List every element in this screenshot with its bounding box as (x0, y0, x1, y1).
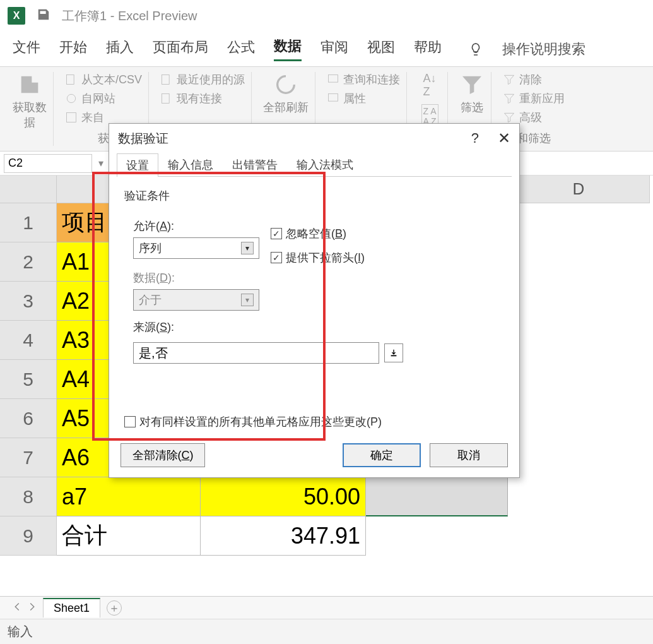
select-all-corner[interactable] (0, 176, 57, 203)
ignore-blank-checkbox[interactable]: ✓忽略空值(B) (271, 226, 365, 241)
svg-rect-6 (329, 94, 338, 102)
lightbulb-icon[interactable] (468, 42, 483, 57)
tab-home[interactable]: 开始 (59, 38, 87, 61)
row-header[interactable]: 4 (0, 321, 57, 360)
svg-rect-4 (162, 94, 170, 104)
cell[interactable]: 50.00 (201, 477, 366, 516)
cell[interactable]: 347.91 (201, 516, 366, 556)
row-header[interactable]: 1 (0, 203, 57, 242)
cell[interactable] (508, 321, 650, 360)
row-header[interactable]: 5 (0, 360, 57, 399)
from-csv-button[interactable]: 从文本/CSV (65, 72, 142, 87)
source-label: 来源(S): (133, 319, 504, 335)
tab-review[interactable]: 审阅 (321, 38, 348, 61)
tab-file[interactable]: 文件 (13, 38, 40, 61)
cell[interactable] (508, 282, 650, 321)
tab-pagelayout[interactable]: 页面布局 (153, 38, 208, 61)
allow-select[interactable]: 序列▾ (133, 237, 259, 259)
svg-rect-0 (67, 75, 74, 85)
recent-sources-button[interactable]: 最近使用的源 (160, 72, 245, 87)
cell[interactable] (366, 516, 508, 556)
clear-filter-button[interactable]: 清除 (503, 72, 565, 87)
cell[interactable] (508, 360, 650, 399)
range-selector-icon[interactable] (384, 343, 403, 362)
dialog-tab-settings[interactable]: 设置 (117, 153, 158, 177)
tell-me-search[interactable]: 操作说明搜索 (502, 40, 585, 59)
cell[interactable] (508, 477, 650, 516)
status-bar: 输入 (0, 619, 653, 644)
row-header[interactable]: 6 (0, 399, 57, 438)
sheet-tab-bar: Sheet1 ＋ (0, 596, 653, 619)
data-validation-dialog: 数据验证 ? ✕ 设置 输入信息 出错警告 输入法模式 验证条件 允许(A): … (109, 123, 520, 478)
sheet-tab[interactable]: Sheet1 (43, 598, 100, 617)
row-header[interactable]: 7 (0, 438, 57, 477)
close-icon[interactable]: ✕ (498, 129, 510, 147)
reapply-button[interactable]: 重新应用 (503, 91, 565, 106)
data-select: 介于▾ (133, 289, 259, 311)
dialog-tab-error-alert[interactable]: 出错警告 (223, 153, 287, 176)
from-web-button[interactable]: 自网站 (65, 91, 142, 106)
tab-view[interactable]: 视图 (367, 38, 395, 61)
svg-rect-7 (391, 355, 397, 357)
name-box[interactable]: C2 (4, 154, 92, 173)
svg-rect-2 (67, 113, 76, 122)
add-sheet-button[interactable]: ＋ (107, 600, 122, 616)
dialog-tab-input-msg[interactable]: 输入信息 (158, 153, 223, 176)
tab-data[interactable]: 数据 (274, 37, 302, 61)
cell[interactable]: 合计 (57, 516, 201, 556)
filter-button[interactable]: 筛选 (459, 72, 485, 115)
cell[interactable] (508, 399, 650, 438)
cell[interactable] (366, 477, 508, 516)
col-header-d[interactable]: D (508, 176, 650, 203)
cell[interactable] (508, 242, 650, 282)
svg-rect-5 (329, 75, 338, 83)
sort-button[interactable]: A↓Z (418, 72, 441, 98)
properties-button[interactable]: 属性 (327, 91, 400, 106)
chevron-down-icon: ▾ (241, 294, 254, 306)
queries-button[interactable]: 查询和连接 (327, 72, 400, 87)
get-data-button[interactable]: 获取数 据 (13, 72, 47, 130)
cell[interactable] (508, 438, 650, 477)
tab-insert[interactable]: 插入 (106, 38, 134, 61)
cancel-button[interactable]: 取消 (430, 443, 508, 467)
ok-button[interactable]: 确定 (343, 443, 421, 467)
data-label: 数据(D): (133, 270, 504, 285)
row-header[interactable]: 8 (0, 477, 57, 516)
refresh-all-button[interactable]: 全部刷新 (263, 72, 309, 115)
status-mode: 输入 (8, 623, 33, 640)
allow-label: 允许(A): (133, 218, 259, 234)
save-icon[interactable] (37, 8, 50, 25)
document-title: 工作簿1 - Excel Preview (62, 8, 197, 25)
apply-all-checkbox[interactable]: 对有同样设置的所有其他单元格应用这些更改(P) (124, 414, 382, 429)
tab-formulas[interactable]: 公式 (227, 38, 255, 61)
cell[interactable] (508, 203, 650, 242)
criteria-label: 验证条件 (124, 188, 504, 203)
existing-conn-button[interactable]: 现有连接 (160, 91, 245, 106)
fx-dropdown-icon[interactable]: ▾ (98, 157, 103, 169)
cell[interactable] (508, 516, 650, 556)
row-header[interactable]: 3 (0, 282, 57, 321)
row-header[interactable]: 9 (0, 516, 57, 556)
row-header[interactable]: 2 (0, 242, 57, 282)
tab-help[interactable]: 帮助 (414, 38, 442, 61)
source-input[interactable] (133, 342, 379, 364)
svg-point-1 (67, 94, 75, 102)
menu-tabs: 文件 开始 插入 页面布局 公式 数据 审阅 视图 帮助 操作说明搜索 (0, 32, 653, 66)
dialog-help-icon[interactable]: ? (471, 130, 479, 146)
sheet-nav-next-icon[interactable] (28, 602, 37, 614)
excel-app-icon: X (8, 7, 25, 25)
svg-rect-3 (162, 75, 170, 85)
clear-all-button[interactable]: 全部清除(C) (121, 443, 205, 467)
dialog-title: 数据验证 (118, 130, 168, 147)
dropdown-checkbox[interactable]: ✓提供下拉箭头(I) (271, 250, 365, 265)
cell[interactable]: a7 (57, 477, 201, 516)
title-bar: X 工作簿1 - Excel Preview (0, 0, 653, 32)
sheet-nav-prev-icon[interactable] (13, 602, 21, 614)
chevron-down-icon[interactable]: ▾ (241, 242, 254, 254)
dialog-tab-ime[interactable]: 输入法模式 (287, 153, 363, 176)
